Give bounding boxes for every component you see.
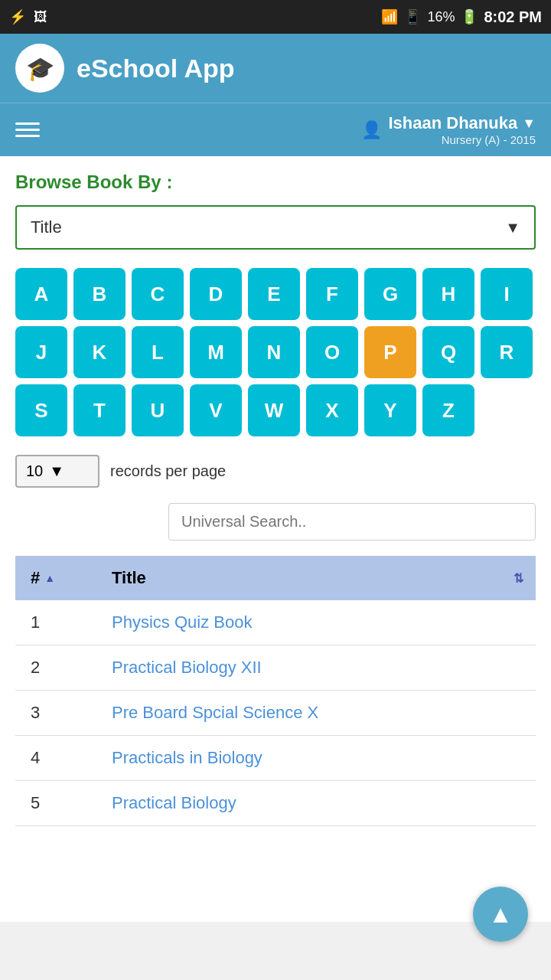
alpha-btn-r[interactable]: R (481, 326, 533, 378)
row-number: 3 (15, 691, 99, 735)
user-name: Ishaan Dhanuka (388, 113, 517, 133)
table-row: 2Practical Biology XII (15, 645, 536, 691)
status-right-icons: 📶 📱 16% 🔋 8:02 PM (381, 8, 542, 26)
records-label: records per page (110, 462, 226, 480)
signal-icon: 📱 (404, 8, 421, 25)
table-row: 5Practical Biology (15, 781, 536, 826)
app-logo: 🎓 (15, 44, 64, 93)
col-title-header[interactable]: Title ⇅ (99, 556, 536, 600)
alpha-btn-x[interactable]: X (306, 384, 358, 436)
alpha-btn-j[interactable]: J (15, 326, 67, 378)
battery-icon: 🔋 (461, 8, 478, 25)
nav-bar: 👤 Ishaan Dhanuka ▼ Nursery (A) - 2015 (0, 103, 551, 156)
table-row: 4Practicals in Biology (15, 736, 536, 781)
main-content: Browse Book By : Title ▼ ABCDEFGHIJKLMNO… (0, 156, 551, 922)
records-dropdown-arrow: ▼ (49, 462, 64, 480)
user-info[interactable]: 👤 Ishaan Dhanuka ▼ Nursery (A) - 2015 (361, 113, 536, 146)
image-icon: 🖼 (34, 9, 47, 25)
data-table: # ▲ Title ⇅ 1Physics Quiz Book2Practical… (15, 556, 536, 826)
user-dropdown-arrow: ▼ (522, 116, 536, 132)
book-title-link[interactable]: Practical Biology (112, 793, 236, 813)
app-title: eSchool App (77, 54, 235, 83)
alpha-btn-t[interactable]: T (73, 384, 126, 436)
alpha-btn-q[interactable]: Q (422, 326, 474, 378)
alpha-btn-y[interactable]: Y (364, 384, 416, 436)
alpha-btn-l[interactable]: L (132, 326, 184, 378)
app-header: 🎓 eSchool App (0, 34, 551, 103)
alpha-btn-s[interactable]: S (15, 384, 67, 436)
alpha-btn-p[interactable]: P (364, 326, 416, 378)
table-row: 3Pre Board Spcial Science X (15, 691, 536, 736)
status-bar: ⚡ 🖼 📶 📱 16% 🔋 8:02 PM (0, 0, 551, 34)
alpha-btn-i[interactable]: I (481, 268, 533, 320)
book-title-link[interactable]: Practical Biology XII (112, 658, 262, 678)
records-per-page-select[interactable]: 10 ▼ (15, 455, 99, 488)
col-num-header[interactable]: # ▲ (15, 556, 99, 600)
wifi-icon: 📶 (381, 8, 398, 25)
alpha-btn-h[interactable]: H (422, 268, 474, 320)
alpha-btn-g[interactable]: G (364, 268, 416, 320)
chevron-down-icon: ▼ (505, 219, 520, 237)
alpha-btn-d[interactable]: D (190, 268, 242, 320)
browse-label: Browse Book By : (15, 172, 536, 193)
alpha-btn-m[interactable]: M (190, 326, 242, 378)
table-header: # ▲ Title ⇅ (15, 556, 536, 600)
status-left-icons: ⚡ 🖼 (9, 8, 47, 25)
alpha-btn-v[interactable]: V (190, 384, 242, 436)
alpha-btn-a[interactable]: A (15, 268, 67, 320)
alpha-btn-k[interactable]: K (73, 326, 126, 378)
table-body: 1Physics Quiz Book2Practical Biology XII… (15, 600, 536, 826)
hamburger-menu[interactable] (15, 122, 40, 137)
records-row: 10 ▼ records per page (15, 455, 536, 488)
dropdown-value: Title (31, 217, 62, 237)
search-input[interactable] (168, 503, 536, 541)
battery-percent: 16% (427, 9, 455, 25)
scroll-to-top-button[interactable]: ▲ (473, 887, 528, 942)
alpha-btn-e[interactable]: E (248, 268, 300, 320)
book-title-link[interactable]: Practicals in Biology (112, 748, 262, 768)
browse-dropdown[interactable]: Title ▼ (15, 205, 536, 250)
alpha-btn-z[interactable]: Z (422, 384, 474, 436)
alpha-btn-n[interactable]: N (248, 326, 300, 378)
user-text: Ishaan Dhanuka ▼ Nursery (A) - 2015 (388, 113, 536, 146)
row-number: 5 (15, 781, 99, 825)
row-number: 4 (15, 736, 99, 780)
logo-icon: 🎓 (26, 55, 54, 82)
alpha-btn-u[interactable]: U (132, 384, 184, 436)
row-number: 1 (15, 600, 99, 645)
alpha-btn-b[interactable]: B (73, 268, 126, 320)
alphabet-grid: ABCDEFGHIJKLMNOPQRSTUVWXYZ (15, 268, 536, 436)
alpha-btn-w[interactable]: W (248, 384, 300, 436)
alpha-btn-f[interactable]: F (306, 268, 358, 320)
status-time: 8:02 PM (484, 8, 542, 26)
table-row: 1Physics Quiz Book (15, 600, 536, 645)
records-value: 10 (26, 462, 43, 480)
sort-icon: ▲ (44, 572, 55, 584)
alpha-btn-o[interactable]: O (306, 326, 358, 378)
book-title-link[interactable]: Pre Board Spcial Science X (112, 703, 318, 723)
alpha-btn-c[interactable]: C (132, 268, 184, 320)
search-container (15, 503, 536, 541)
user-icon: 👤 (361, 120, 382, 140)
usb-icon: ⚡ (9, 8, 26, 25)
title-sort-icon: ⇅ (514, 571, 523, 586)
row-number: 2 (15, 645, 99, 690)
user-class: Nursery (A) - 2015 (442, 133, 536, 146)
chevron-up-icon: ▲ (488, 900, 513, 929)
book-title-link[interactable]: Physics Quiz Book (112, 612, 252, 632)
